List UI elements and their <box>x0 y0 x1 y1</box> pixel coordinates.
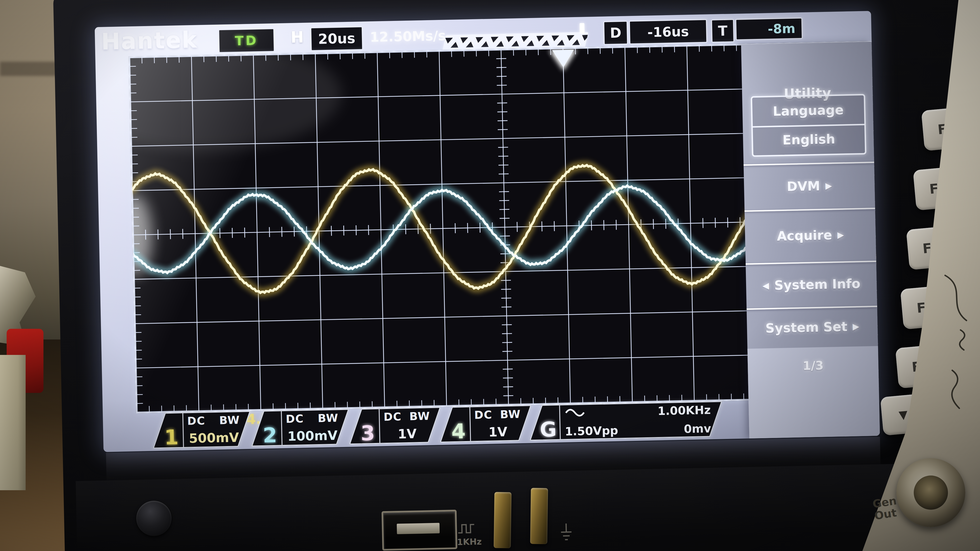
delay-label-badge: D <box>603 21 628 45</box>
channel-2-bandwidth: BW <box>318 411 339 425</box>
channel-1-coupling: DC <box>187 414 205 427</box>
channel-1-bandwidth: BW <box>219 414 240 427</box>
submenu-right-icon: ▶ <box>853 321 859 332</box>
generator-badge[interactable]: G 1.00KHz 1.50Vpp 0mv <box>530 401 722 441</box>
generator-frequency: 1.00KHz <box>657 403 711 418</box>
channel-2-scale: 100mV <box>286 428 339 444</box>
submenu-right-icon: ▶ <box>837 230 844 240</box>
menu-item-dvm[interactable]: DVM ▶ <box>743 162 875 210</box>
channel-4-coupling: DC <box>474 408 493 422</box>
menu-item-system-info[interactable]: ◀ System Info <box>746 260 877 308</box>
decorative-squiggle <box>938 271 978 427</box>
channel-3-number: 3 <box>356 409 380 443</box>
memory-tick <box>557 40 566 46</box>
delay-value-readout[interactable]: -16us <box>629 19 707 44</box>
language-label: Language <box>752 102 864 119</box>
generator-amplitude: 1.50Vpp <box>565 424 618 438</box>
ground-icon <box>558 522 575 545</box>
memory-tick <box>572 39 581 45</box>
channel-1-scale: 500mV <box>187 430 240 446</box>
channel-2-number: 2 <box>258 411 283 445</box>
down-arrow-icon: ▼ <box>898 408 908 422</box>
bnc-connector-pin <box>914 475 948 510</box>
brand-logo: Hantek <box>101 26 198 55</box>
channel-2-badge[interactable]: 2 DCBW 100mV <box>251 409 349 446</box>
memory-tick <box>527 40 536 46</box>
menu-item-language[interactable]: Language English <box>751 94 866 157</box>
acquire-label: Acquire <box>777 228 832 244</box>
trigger-status-badge: TD <box>218 28 275 53</box>
oscilloscope: 1KHz F1 F2 F3 F4 F5 ▼ Hantek TD H 20us 1… <box>0 0 980 551</box>
channel-4-number: 4 <box>447 407 471 441</box>
language-value: English <box>753 131 865 148</box>
memory-tick <box>481 41 490 47</box>
channel-3-badge[interactable]: 3 DCBW 1V <box>349 407 441 445</box>
square-wave-icon <box>457 522 476 535</box>
system-info-label: System Info <box>774 276 861 293</box>
channel-4-bandwidth: BW <box>500 408 521 421</box>
probe-comp-frequency-label: 1KHz <box>457 537 482 547</box>
divider <box>753 124 864 128</box>
menu-item-system-set[interactable]: System Set ▶ <box>746 306 878 349</box>
generator-offset: 0mv <box>684 422 711 435</box>
channel-1-badge[interactable]: 1 DCBW 500mV <box>153 411 251 449</box>
trigger-label-badge: T <box>711 19 735 43</box>
system-set-label: System Set <box>765 319 848 336</box>
trigger-level-readout[interactable]: -8m <box>735 17 803 40</box>
lcd-screen: Hantek TD H 20us 12.50Ms/s D -16us T -8m… <box>95 11 880 452</box>
sine-icon <box>565 407 585 418</box>
memory-tick <box>496 41 505 47</box>
channel-4-badge[interactable]: 4 DCBW 1V <box>440 405 531 443</box>
channel-1-number: 1 <box>159 413 184 448</box>
generator-id: G <box>536 405 561 440</box>
probe-comp-terminal[interactable] <box>494 492 511 548</box>
menu-page-indicator: 1/3 <box>748 357 878 374</box>
probe-comp-terminal[interactable] <box>530 488 548 544</box>
memory-tick <box>511 41 520 46</box>
sample-rate-readout: 12.50Ms/s <box>370 28 446 45</box>
channel-4-scale: 1V <box>474 424 521 440</box>
channel-3-bandwidth: BW <box>409 410 430 423</box>
memory-tick <box>542 40 550 46</box>
memory-tick <box>581 35 589 41</box>
side-menu: Utility Language English DVM ▶ Acquire ▶… <box>741 42 880 438</box>
dvm-label: DVM <box>787 178 821 194</box>
submenu-right-icon: ▶ <box>825 181 832 191</box>
channel-2-coupling: DC <box>286 412 304 426</box>
horizontal-label: H <box>290 28 304 46</box>
usb-port-tab <box>397 523 440 534</box>
menu-item-acquire[interactable]: Acquire ▶ <box>745 208 876 263</box>
memory-tick <box>451 42 460 48</box>
timebase-readout[interactable]: 20us <box>310 26 363 51</box>
submenu-left-icon: ◀ <box>762 281 769 291</box>
memory-tick <box>587 39 588 45</box>
channel-3-coupling: DC <box>383 410 402 424</box>
memory-position-pointer <box>580 23 585 33</box>
channel-3-scale: 1V <box>384 426 431 442</box>
memory-tick <box>466 41 475 48</box>
